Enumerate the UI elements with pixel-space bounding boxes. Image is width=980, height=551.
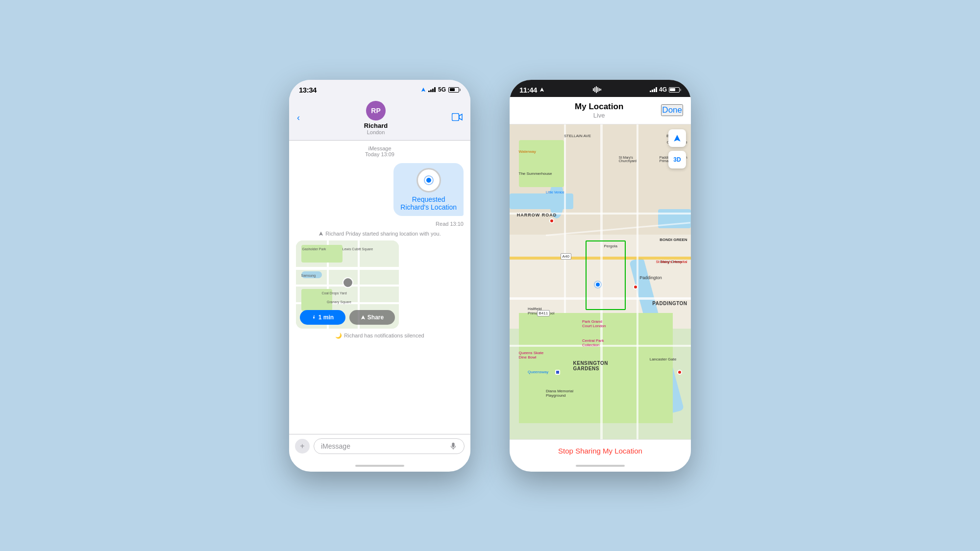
st-marys-hospital-label: St Mary's Hospital — [656, 260, 687, 264]
maps-subtitle: Live — [575, 112, 623, 119]
read-receipt: Read 13:10 — [296, 221, 464, 227]
maps-done-button[interactable]: Done — [661, 104, 683, 116]
location-circle-icon — [416, 168, 441, 192]
network-type: 5G — [438, 86, 446, 93]
mic-icon — [449, 442, 457, 450]
directions-button[interactable]: 1 min — [300, 310, 345, 325]
contact-info[interactable]: RP Richard London — [364, 101, 388, 135]
little-venice-label: Little Venice — [546, 191, 564, 194]
3d-button[interactable]: 3D — [668, 151, 686, 168]
lancaster-gate-label: Lancaster Gate — [650, 357, 677, 361]
maps-header: My Location Live Done — [510, 97, 691, 124]
maps-signal — [650, 87, 657, 92]
svg-rect-2 — [593, 88, 594, 91]
stop-sharing-text: Stop Sharing My Location — [517, 447, 683, 455]
road-v2 — [564, 124, 566, 313]
messages-body: iMessage Today 13:09 Requested Richard's… — [289, 141, 470, 434]
location-request-bubble[interactable]: Requested Richard's Location — [393, 163, 464, 216]
svg-rect-3 — [594, 87, 595, 92]
video-icon — [452, 113, 463, 121]
home-indicator — [355, 465, 404, 467]
add-attachment-button[interactable]: + — [295, 439, 310, 454]
stellain-label: STELLAIN AVE — [564, 134, 591, 138]
maps-status-left: 11:44 — [519, 86, 544, 94]
road-v3 — [637, 124, 638, 439]
underground-station-2 — [633, 285, 638, 289]
message-date: Today 13:09 — [296, 151, 464, 157]
maps-time: 11:44 — [519, 86, 537, 94]
waterway-label: Waterway — [519, 149, 536, 154]
map-road — [296, 267, 399, 270]
summerhouse-label: The Summerhouse — [519, 171, 552, 176]
london-map[interactable]: Boots Cafe Laville Paddington GreenPrima… — [510, 124, 691, 439]
maps-status-center — [592, 86, 602, 93]
map-label: Granary Square — [327, 300, 351, 304]
green-north — [519, 140, 564, 187]
moon-icon: 🌙 — [335, 333, 342, 339]
svg-point-1 — [314, 315, 315, 316]
iphone-maps: 11:44 — [510, 80, 691, 472]
location-icon — [421, 87, 426, 92]
stop-sharing-bar[interactable]: Stop Sharing My Location — [510, 439, 691, 462]
messages-header: ‹ RP Richard London — [289, 97, 470, 141]
map-label: Gasholder Park — [302, 247, 326, 251]
contact-name: Richard — [364, 122, 388, 129]
signal-bars — [428, 87, 436, 92]
paddington-area-label: PADDINGTON — [652, 301, 687, 306]
notifications-silenced: 🌙 Richard has notifications silenced — [296, 333, 464, 339]
kensington-label: KENSINGTONGARDENS — [573, 360, 609, 371]
queens-skate-label: Queens SkateDine Bowl — [519, 351, 544, 359]
maps-network: 4G — [659, 86, 667, 93]
b411-label: B411 — [537, 310, 550, 316]
iphone-messages: 13:34 5G — [289, 80, 470, 472]
svg-rect-6 — [599, 88, 600, 91]
diana-label: Diana MemorialPlayground — [546, 389, 573, 398]
map-label: Samsung — [301, 274, 316, 277]
location-dot — [425, 176, 433, 184]
paddington-label: Paddington — [639, 275, 662, 280]
message-bubble-container: Requested Richard's Location — [296, 163, 464, 216]
arrow-icon — [318, 231, 323, 236]
gps-icon — [539, 87, 544, 92]
maps-title: My Location — [575, 102, 623, 112]
messages-status-bar: 13:34 5G — [289, 80, 470, 97]
battery-icon — [448, 87, 461, 93]
messages-time: 13:34 — [299, 86, 317, 94]
share-icon — [361, 315, 366, 320]
map-label: Coal Drops Yard — [322, 291, 347, 295]
message-meta: iMessage Today 13:09 — [296, 145, 464, 157]
svg-rect-7 — [600, 89, 601, 91]
map-label: Lewis Cubitt Square — [343, 247, 373, 251]
bondi-green-label: BONDI GREEN — [660, 238, 687, 242]
maps-status-right: 4G — [650, 86, 681, 93]
svg-rect-4 — [596, 86, 597, 93]
message-input[interactable]: iMessage — [314, 438, 465, 454]
park-grand-label: Park GrandCourt London — [582, 319, 606, 328]
overground-station — [555, 370, 560, 375]
share-button[interactable]: Share — [349, 310, 395, 325]
map-buttons: 1 min Share — [296, 306, 399, 329]
video-call-button[interactable] — [452, 112, 463, 123]
message-type: iMessage — [296, 145, 464, 151]
walk-icon — [312, 315, 317, 320]
contact-avatar: RP — [366, 101, 386, 120]
user-pin — [343, 277, 353, 288]
underground-station-3 — [677, 370, 682, 375]
queensway-label: Queensway — [528, 370, 548, 374]
location-button[interactable] — [668, 129, 686, 147]
pergola-label: Pergola — [604, 244, 617, 248]
maps-status-bar: 11:44 — [510, 80, 691, 97]
map-card[interactable]: Gasholder Park Lewis Cubitt Square Samsu… — [296, 240, 399, 329]
central-park-label: Central ParkCollection — [582, 338, 604, 347]
st-marys-label: St Mary'sChurchyard — [619, 156, 637, 163]
svg-rect-0 — [452, 114, 459, 121]
back-button[interactable]: ‹ — [297, 113, 300, 123]
input-placeholder: iMessage — [321, 442, 350, 450]
svg-rect-5 — [597, 87, 598, 92]
share-notification: Richard Priday started sharing location … — [296, 231, 464, 237]
contact-subtitle: London — [367, 129, 385, 135]
harrow-road-label: HARROW ROAD — [517, 213, 557, 217]
maps-title-block: My Location Live — [575, 102, 623, 119]
recording-icon — [592, 86, 602, 93]
compass-icon — [673, 134, 681, 142]
